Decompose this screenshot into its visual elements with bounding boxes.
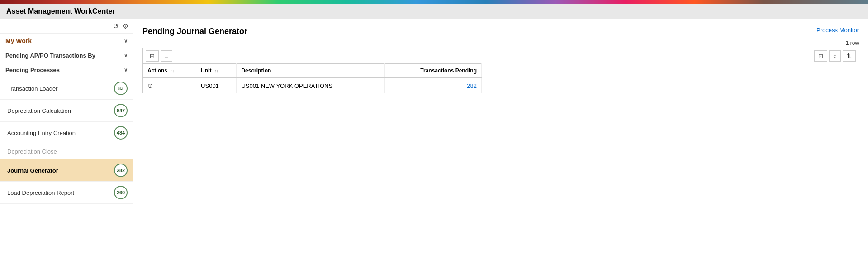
cell-unit: US001 [196, 78, 237, 93]
grid-icon: ⊞ [150, 53, 155, 59]
sidebar-toolbar: ↺ ⚙ [0, 19, 133, 34]
my-work-section[interactable]: My Work ∨ [0, 34, 133, 48]
pending-ap-section[interactable]: Pending AP/PO Transactions By ∨ [0, 48, 133, 63]
col-unit: Unit ↑↓ [196, 64, 237, 78]
sidebar-item-label-load-depreciation-report: Load Depreciation Report [7, 189, 74, 196]
table-header-row: Actions ↑↓ Unit ↑↓ Description ↑↓ Transa… [143, 64, 482, 78]
sidebar-item-label-depreciation-close: Depreciation Close [7, 148, 57, 155]
sidebar-badge-load-depreciation-report: 260 [114, 186, 128, 199]
data-table: Actions ↑↓ Unit ↑↓ Description ↑↓ Transa… [142, 63, 482, 93]
content-header: Pending Journal Generator Process Monito… [142, 27, 859, 36]
top-decorative-bar [0, 0, 868, 4]
sidebar-toggle-icon: ‖ [133, 139, 134, 144]
cell-transactions-pending: 282 [384, 78, 481, 93]
sidebar-item-label-transaction-loader: Transaction Loader [7, 85, 58, 92]
table-row: ⊙US001US001 NEW YORK OPERATIONS282 [143, 78, 482, 93]
cell-description: US001 NEW YORK OPERATIONS [237, 78, 384, 93]
process-monitor-link[interactable]: Process Monitor [816, 27, 859, 34]
sidebar-item-depreciation-close[interactable]: Depreciation Close [0, 144, 133, 159]
col-description: Description ↑↓ [237, 64, 384, 78]
sidebar-badge-depreciation-calculation: 647 [114, 104, 128, 117]
pending-processes-section[interactable]: Pending Processes ∨ [0, 63, 133, 77]
select-icon: ⊡ [818, 53, 823, 59]
sidebar-item-label-depreciation-calculation: Depreciation Calculation [7, 107, 71, 114]
pending-processes-label: Pending Processes [5, 67, 60, 73]
search-icon: ⌕ [833, 53, 837, 59]
page-title: Pending Journal Generator [142, 27, 247, 36]
action-icon[interactable]: ⊙ [147, 82, 153, 89]
sidebar-item-transaction-loader[interactable]: Transaction Loader83 [0, 77, 133, 100]
sidebar-item-label-accounting-entry-creation: Accounting Entry Creation [7, 130, 76, 136]
description-sort-icon[interactable]: ↑↓ [274, 69, 278, 73]
sidebar-item-journal-generator[interactable]: Journal Generator282 [0, 159, 133, 182]
sidebar-items-container: Transaction Loader83Depreciation Calcula… [0, 77, 133, 204]
filter-button[interactable]: ≡ [161, 50, 172, 62]
sidebar: ↺ ⚙ My Work ∨ Pending AP/PO Transactions… [0, 19, 133, 264]
pending-ap-label: Pending AP/PO Transactions By [5, 52, 95, 59]
sort-icon: ⇅ [847, 53, 852, 59]
grid-view-button[interactable]: ⊞ [146, 50, 159, 62]
sidebar-item-label-journal-generator: Journal Generator [7, 167, 58, 174]
search-button[interactable]: ⌕ [829, 50, 841, 62]
pending-processes-chevron: ∨ [124, 67, 128, 73]
sidebar-item-depreciation-calculation[interactable]: Depreciation Calculation647 [0, 100, 133, 122]
col-transactions-pending: Transactions Pending [384, 64, 481, 78]
cell-action: ⊙ [143, 78, 196, 93]
sidebar-item-load-depreciation-report[interactable]: Load Depreciation Report260 [0, 182, 133, 204]
row-count: 1 row [142, 40, 859, 46]
sidebar-badge-accounting-entry-creation: 484 [114, 126, 128, 140]
actions-sort-icon[interactable]: ↑↓ [170, 69, 174, 73]
col-actions: Actions ↑↓ [143, 64, 196, 78]
filter-icon: ≡ [165, 53, 168, 59]
transactions-pending-link[interactable]: 282 [467, 82, 477, 89]
main-layout: ↺ ⚙ My Work ∨ Pending AP/PO Transactions… [0, 19, 868, 264]
refresh-icon[interactable]: ↺ [113, 22, 119, 30]
sidebar-badge-journal-generator: 282 [114, 164, 128, 177]
table-body: ⊙US001US001 NEW YORK OPERATIONS282 [143, 78, 482, 93]
pending-ap-chevron: ∨ [124, 53, 128, 58]
my-work-label: My Work [5, 37, 32, 44]
sidebar-badge-transaction-loader: 83 [114, 82, 128, 95]
select-button[interactable]: ⊡ [814, 50, 827, 62]
my-work-chevron: ∨ [124, 38, 128, 44]
app-title: Asset Management WorkCenter [6, 7, 115, 15]
sidebar-toggle-bar[interactable]: ‖ [133, 130, 133, 153]
settings-icon[interactable]: ⚙ [123, 22, 128, 30]
sort-button[interactable]: ⇅ [843, 50, 856, 62]
table-toolbar: ⊞ ≡ ⊡ ⌕ ⇅ [142, 48, 859, 63]
unit-sort-icon[interactable]: ↑↓ [214, 69, 218, 73]
sidebar-item-accounting-entry-creation[interactable]: Accounting Entry Creation484 [0, 122, 133, 144]
main-content: Pending Journal Generator Process Monito… [133, 19, 868, 264]
app-header: Asset Management WorkCenter [0, 4, 868, 19]
